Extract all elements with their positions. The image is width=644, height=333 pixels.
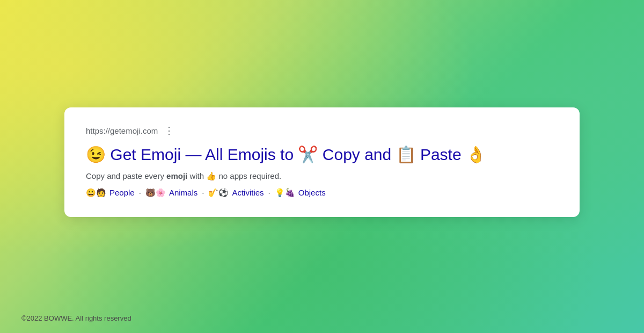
title-emoji-2: ✂️ [298, 146, 318, 163]
objects-link[interactable]: Objects [298, 188, 326, 197]
result-description: Copy and paste every emoji with 👍 no app… [86, 170, 558, 183]
people-icons: 😀🧑 [86, 188, 106, 198]
description-prefix: Copy and paste every [86, 171, 166, 180]
separator-1: · [139, 188, 141, 197]
animals-icons: 🐻🌸 [145, 188, 166, 198]
title-emoji-1: 😉 [86, 146, 106, 163]
activities-icons: 🎷⚽ [208, 188, 229, 198]
separator-3: · [268, 188, 270, 197]
site-links-row: 😀🧑 People · 🐻🌸 Animals · 🎷⚽ Activities ·… [86, 188, 558, 198]
separator-2: · [202, 188, 204, 197]
activities-link[interactable]: Activities [232, 188, 264, 197]
title-text-2: Copy and [323, 146, 396, 163]
url-text: https://getemoji.com [86, 126, 158, 135]
result-title: 😉 Get Emoji — All Emojis to ✂️ Copy and … [86, 144, 558, 165]
people-link[interactable]: People [109, 188, 135, 197]
title-emoji-4: 👌 [466, 146, 486, 163]
search-result-card: https://getemoji.com ⋮ 😉 Get Emoji — All… [64, 107, 580, 216]
url-row: https://getemoji.com ⋮ [86, 125, 558, 136]
animals-link[interactable]: Animals [169, 188, 197, 197]
footer-text: ©2022 BOWWE. All rights reserved [21, 314, 131, 322]
objects-icons: 💡🍇 [275, 188, 295, 198]
title-text-1: Get Emoji — All Emojis to [110, 146, 298, 163]
title-text-3: Paste [420, 146, 466, 163]
main-container: https://getemoji.com ⋮ 😉 Get Emoji — All… [64, 107, 580, 216]
menu-dots-icon[interactable]: ⋮ [164, 125, 174, 136]
title-emoji-3: 📋 [396, 146, 416, 163]
description-suffix: with 👍 no apps required. [187, 171, 281, 180]
description-bold: emoji [166, 171, 187, 180]
